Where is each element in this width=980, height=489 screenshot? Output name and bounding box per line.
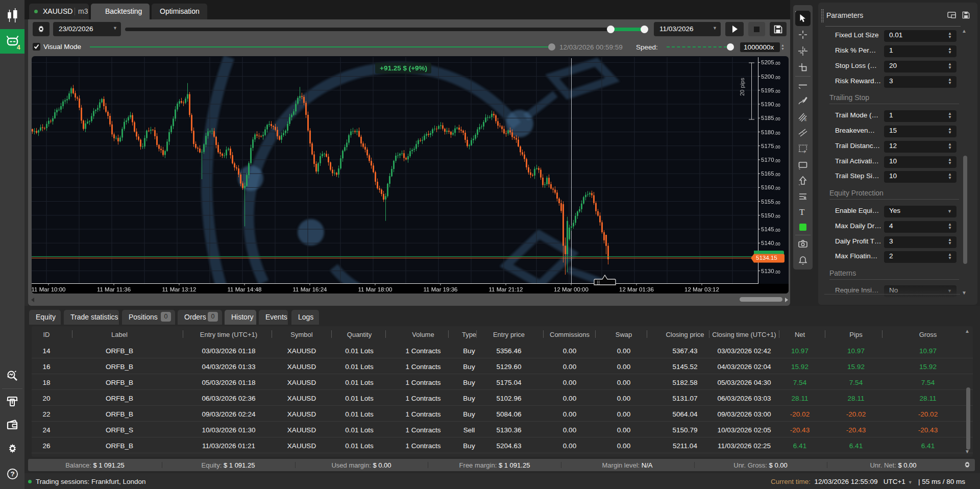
svg-text:.00: .00 bbox=[774, 75, 780, 80]
svg-text:+91.25 $ (+9%): +91.25 $ (+9%) bbox=[380, 64, 427, 72]
svg-text:11 Mar 10:00: 11 Mar 10:00 bbox=[32, 286, 65, 292]
svg-text:E: E bbox=[804, 118, 807, 121]
svg-text:11 Mar 14:48: 11 Mar 14:48 bbox=[228, 286, 262, 292]
svg-text:.00: .00 bbox=[774, 186, 780, 191]
svg-text:F: F bbox=[804, 150, 806, 154]
svg-text:12 Mar 00:00: 12 Mar 00:00 bbox=[554, 286, 589, 292]
svg-text:5130: 5130 bbox=[761, 268, 774, 274]
svg-text:.00: .00 bbox=[774, 131, 780, 136]
svg-text:20 pips: 20 pips bbox=[739, 78, 745, 96]
svg-text:12 Mar 03:12: 12 Mar 03:12 bbox=[684, 286, 719, 292]
svg-text:.00: .00 bbox=[774, 116, 780, 121]
svg-text:.00: .00 bbox=[774, 241, 780, 247]
svg-text:5140: 5140 bbox=[761, 240, 774, 246]
svg-text:.00: .00 bbox=[774, 158, 780, 163]
svg-text:5150: 5150 bbox=[761, 212, 774, 218]
svg-text:11 Mar 18:00: 11 Mar 18:00 bbox=[358, 286, 393, 292]
svg-text:5155: 5155 bbox=[761, 199, 774, 205]
svg-text:.00: .00 bbox=[774, 89, 780, 94]
svg-text:.00: .00 bbox=[774, 228, 780, 233]
svg-text:11 Mar 13:12: 11 Mar 13:12 bbox=[162, 286, 197, 292]
svg-text:11 Mar 11:36: 11 Mar 11:36 bbox=[97, 286, 131, 292]
svg-text:.00: .00 bbox=[774, 103, 780, 108]
svg-text:11 Mar 19:36: 11 Mar 19:36 bbox=[424, 286, 458, 292]
svg-text:5165: 5165 bbox=[761, 170, 774, 177]
svg-text:.00: .00 bbox=[774, 172, 780, 177]
svg-text:5160: 5160 bbox=[761, 184, 774, 190]
svg-text:11 Mar 16:24: 11 Mar 16:24 bbox=[293, 286, 328, 292]
svg-text:5200: 5200 bbox=[761, 74, 774, 80]
svg-text:5205: 5205 bbox=[761, 59, 774, 65]
svg-text:11 Mar 21:12: 11 Mar 21:12 bbox=[489, 286, 523, 292]
svg-text:5190: 5190 bbox=[761, 101, 774, 107]
svg-text:5195: 5195 bbox=[761, 87, 774, 93]
svg-text:5185: 5185 bbox=[761, 115, 774, 121]
svg-text:12 Mar 01:36: 12 Mar 01:36 bbox=[619, 286, 654, 292]
svg-text:.00: .00 bbox=[774, 214, 780, 219]
svg-text:5170: 5170 bbox=[761, 157, 774, 163]
svg-text:5134.15: 5134.15 bbox=[756, 255, 777, 261]
svg-text:.00: .00 bbox=[774, 200, 780, 205]
svg-text:?: ? bbox=[10, 470, 14, 478]
svg-text:.00: .00 bbox=[774, 144, 780, 150]
svg-text:5145: 5145 bbox=[761, 226, 774, 232]
svg-text:5175: 5175 bbox=[761, 143, 774, 149]
svg-text:5180: 5180 bbox=[761, 129, 774, 135]
svg-text:.00: .00 bbox=[774, 61, 780, 66]
svg-text:.00: .00 bbox=[774, 270, 780, 275]
